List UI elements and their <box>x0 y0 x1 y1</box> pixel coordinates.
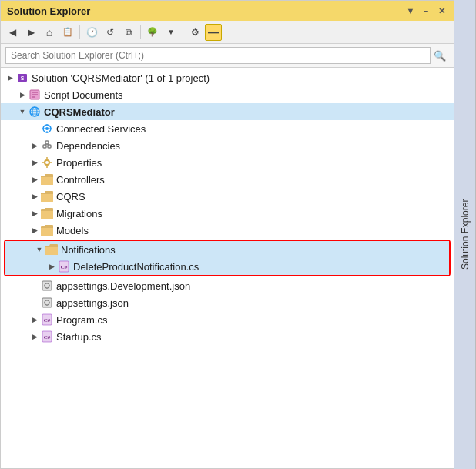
side-tab[interactable]: Solution Explorer <box>454 0 476 469</box>
cqrsmediator-label: CQRSMediator <box>44 106 115 118</box>
history-button[interactable]: 🕐 <box>83 24 100 41</box>
search-bar: 🔍 <box>1 44 454 68</box>
models-folder-icon <box>41 224 53 236</box>
expand-solution[interactable] <box>4 72 16 84</box>
migrations-label: Migrations <box>56 208 102 219</box>
tree-item-migrations[interactable]: Migrations <box>1 205 454 222</box>
models-label: Models <box>56 225 89 236</box>
cqrs-folder-icon <box>41 190 53 203</box>
svg-line-21 <box>47 144 49 145</box>
svg-rect-18 <box>48 145 51 148</box>
pin-window-btn[interactable]: ▼ <box>404 5 417 17</box>
tree-item-notifications[interactable]: Notifications <box>5 241 449 258</box>
svg-rect-35 <box>42 298 52 307</box>
svg-rect-17 <box>43 145 46 148</box>
svg-point-12 <box>45 127 49 130</box>
solution-label: Solution 'CQRSMediator' (1 of 1 project) <box>32 72 210 84</box>
script-icon <box>28 89 41 101</box>
filter-button[interactable]: ▼ <box>163 24 179 41</box>
expand-script-documents[interactable] <box>16 89 28 101</box>
home-button[interactable]: ⌂ <box>41 24 58 41</box>
close-btn[interactable]: ✕ <box>435 5 448 17</box>
connected-services-label: Connected Services <box>56 123 146 135</box>
properties-label: Properties <box>56 157 102 169</box>
svg-text:C#: C# <box>61 264 68 270</box>
settings-button[interactable]: ⚙ <box>186 24 203 41</box>
expand-cqrsmediator[interactable] <box>16 106 28 118</box>
side-tab-label: Solution Explorer <box>460 199 471 270</box>
appsettings-icon <box>41 296 53 309</box>
title-bar: Solution Explorer ▼ – ✕ <box>1 1 454 21</box>
title-bar-controls: ▼ – ✕ <box>404 5 448 17</box>
notifications-label: Notifications <box>61 244 116 256</box>
forward-button[interactable]: ▶ <box>22 24 39 41</box>
expand-notifications[interactable] <box>33 243 45 256</box>
tree-item-properties[interactable]: Properties <box>1 154 454 171</box>
svg-text:C#: C# <box>44 317 51 323</box>
svg-rect-29 <box>42 281 52 290</box>
svg-text:S: S <box>21 75 25 81</box>
appsettings-dev-label: appsettings.Development.json <box>56 280 190 292</box>
expand-program[interactable] <box>28 313 41 326</box>
expand-delete-notification[interactable] <box>45 260 58 273</box>
svg-rect-19 <box>45 141 49 144</box>
tree-item-delete-product-notification[interactable]: C# DeleteProductNotification.cs <box>5 258 449 275</box>
expand-cqrs[interactable] <box>28 190 41 203</box>
separator-3 <box>183 25 183 39</box>
appsettings-label: appsettings.json <box>56 297 129 309</box>
expand-controllers[interactable] <box>28 173 41 186</box>
pin-active-button[interactable]: — <box>205 24 222 41</box>
svg-point-22 <box>45 160 49 165</box>
tree-item-models[interactable]: Models <box>1 222 454 239</box>
tree-item-dependencies[interactable]: Dependencies <box>1 137 454 154</box>
startup-cs-icon: C# <box>41 330 53 343</box>
expand-migrations[interactable] <box>28 207 41 219</box>
tree-item-controllers[interactable]: Controllers <box>1 171 454 188</box>
expand-dependencies[interactable] <box>28 139 41 152</box>
tree-item-solution[interactable]: S Solution 'CQRSMediator' (1 of 1 projec… <box>1 69 454 86</box>
program-cs-icon: C# <box>41 313 53 326</box>
expand-startup[interactable] <box>28 330 41 343</box>
globe-icon <box>28 106 41 118</box>
toolbar: ◀ ▶ ⌂ 📋 🕐 ↺ ⧉ 🌳 ▼ ⚙ — <box>1 21 454 44</box>
tree-item-cqrs[interactable]: CQRS <box>1 188 454 205</box>
controllers-label: Controllers <box>56 174 105 186</box>
separator-2 <box>140 25 141 39</box>
tree-view-button[interactable]: 🌳 <box>144 24 161 41</box>
dependencies-icon <box>41 139 53 152</box>
cqrs-label: CQRS <box>56 191 85 203</box>
back-button[interactable]: ◀ <box>4 24 21 41</box>
startup-label: Startup.cs <box>56 331 102 343</box>
tree-item-startup[interactable]: C# Startup.cs <box>1 328 454 345</box>
panel-title: Solution Explorer <box>7 5 90 17</box>
tree-item-appsettings[interactable]: appsettings.json <box>1 294 454 311</box>
appsettings-dev-icon <box>41 280 53 292</box>
expand-properties[interactable] <box>28 156 41 169</box>
program-label: Program.cs <box>56 314 107 326</box>
properties-icon <box>41 156 53 169</box>
tree-item-program[interactable]: C# Program.cs <box>1 311 454 328</box>
expand-models[interactable] <box>28 224 41 236</box>
separator-1 <box>79 25 80 39</box>
controllers-folder-icon <box>41 173 53 186</box>
solution-explorer-panel: Solution Explorer ▼ – ✕ ◀ ▶ ⌂ 📋 🕐 ↺ ⧉ 🌳 … <box>0 0 454 469</box>
connected-icon <box>41 122 53 135</box>
properties-button[interactable]: 📋 <box>59 24 76 41</box>
copy-button[interactable]: ⧉ <box>120 24 137 41</box>
dependencies-label: Dependencies <box>56 140 120 152</box>
float-btn[interactable]: – <box>420 5 432 17</box>
search-input[interactable] <box>5 47 431 64</box>
tree-item-script-documents[interactable]: Script Documents <box>1 86 454 103</box>
svg-text:C#: C# <box>44 334 51 340</box>
notifications-group: Notifications C# DeleteProductNotificati… <box>4 240 451 276</box>
tree-item-connected-services[interactable]: Connected Services <box>1 120 454 137</box>
search-button[interactable]: 🔍 <box>431 46 449 65</box>
svg-line-20 <box>45 144 47 145</box>
tree-item-cqrsmediator[interactable]: CQRSMediator <box>1 103 454 120</box>
migrations-folder-icon <box>41 207 53 219</box>
tree-item-appsettings-dev[interactable]: appsettings.Development.json <box>1 277 454 294</box>
script-documents-label: Script Documents <box>44 89 123 101</box>
tree-area: S Solution 'CQRSMediator' (1 of 1 projec… <box>1 68 454 468</box>
notifications-folder-icon <box>45 243 58 256</box>
refresh-button[interactable]: ↺ <box>102 24 119 41</box>
